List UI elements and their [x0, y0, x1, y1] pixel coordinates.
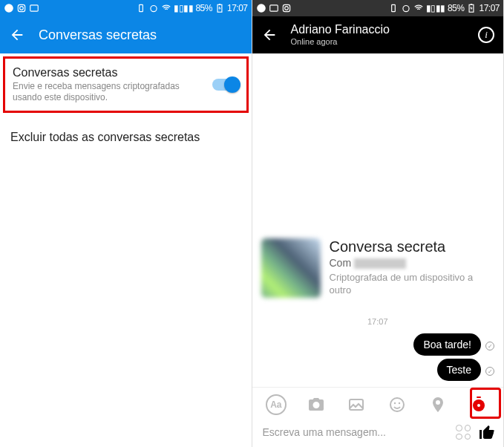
message-bubble[interactable]: Boa tarde! — [413, 333, 481, 356]
emoji-button[interactable] — [386, 394, 408, 416]
wifi-icon — [413, 3, 424, 13]
message-row: Teste ✓ — [261, 359, 495, 384]
status-bar: ▮▯▮▮ 85% 17:07 — [252, 0, 504, 16]
compose-row: Escreva uma mensagem... — [252, 420, 504, 447]
signal-icon: ▮▯▮▮ — [174, 3, 193, 13]
timer-button[interactable] — [468, 394, 490, 416]
receipt-icon: ✓ — [485, 367, 494, 376]
message-input[interactable]: Escreva uma mensagem... — [263, 426, 449, 438]
contact-name[interactable]: Adriano Farinaccio — [291, 23, 465, 36]
battery-percent: 85% — [448, 3, 465, 13]
receipt-icon: ✓ — [485, 342, 494, 350]
chat-scroll[interactable]: Conversa secreta Com Criptografada de um… — [252, 53, 504, 387]
camera-button[interactable] — [305, 394, 327, 416]
instagram-status-icon — [281, 3, 292, 13]
svg-point-18 — [394, 402, 396, 404]
image-status-icon — [269, 3, 279, 13]
message-row: Boa tarde! ✓ — [261, 333, 495, 359]
svg-point-5 — [151, 6, 157, 12]
app-bar: Conversas secretas — [0, 16, 252, 53]
redacted-name — [354, 258, 406, 269]
toggle-title: Conversas secretas — [13, 66, 205, 79]
telegram-status-icon — [256, 3, 266, 13]
presence-status: Online agora — [291, 37, 465, 47]
alarm-icon — [401, 3, 411, 13]
toggle-description: Envie e receba mensagens criptografadas … — [13, 81, 205, 103]
battery-percent: 85% — [195, 3, 212, 13]
settings-screen: ▮▯▮▮ 85% 17:07 Conversas secretas Conver… — [0, 0, 252, 447]
svg-rect-10 — [283, 4, 289, 11]
signal-icon: ▮▯▮▮ — [426, 3, 445, 13]
location-button[interactable] — [427, 394, 449, 416]
svg-rect-4 — [140, 4, 143, 11]
delete-all-button[interactable]: Excluir todas as conversas secretas — [0, 120, 252, 154]
chat-screen: ▮▯▮▮ 85% 17:07 Adriano Farinaccio Online… — [252, 0, 505, 447]
info-icon[interactable]: i — [478, 27, 494, 43]
battery-icon — [215, 3, 225, 13]
intro-with-line: Com — [330, 257, 495, 269]
settings-body: Conversas secretas Envie e receba mensag… — [0, 53, 252, 447]
svg-point-13 — [403, 6, 409, 12]
telegram-status-icon — [4, 3, 14, 13]
svg-rect-9 — [269, 5, 278, 11]
wifi-icon — [161, 3, 171, 13]
vibrate-icon — [388, 3, 399, 13]
instagram-status-icon — [16, 3, 27, 13]
svg-point-11 — [284, 7, 288, 10]
svg-point-8 — [257, 4, 266, 13]
back-arrow-icon[interactable] — [9, 27, 25, 43]
apps-icon[interactable] — [456, 425, 471, 440]
vibrate-icon — [136, 3, 146, 13]
svg-rect-12 — [392, 4, 396, 11]
battery-icon — [466, 3, 477, 13]
image-status-icon — [29, 3, 39, 13]
svg-rect-7 — [219, 4, 220, 4]
toggle-switch[interactable] — [212, 79, 239, 91]
chat-body: Conversa secreta Com Criptografada de um… — [252, 53, 504, 447]
alarm-icon — [148, 3, 159, 13]
svg-rect-3 — [30, 5, 39, 11]
compose-toolbar: Aa — [252, 387, 504, 420]
svg-rect-1 — [18, 4, 24, 11]
svg-rect-15 — [471, 4, 472, 4]
gallery-button[interactable] — [345, 394, 367, 416]
svg-point-19 — [399, 402, 400, 404]
message-bubble[interactable]: Teste — [437, 359, 481, 381]
svg-point-17 — [390, 398, 404, 411]
status-bar: ▮▯▮▮ 85% 17:07 — [0, 0, 252, 16]
chat-app-bar: Adriano Farinaccio Online agora i — [252, 16, 504, 53]
svg-point-2 — [20, 7, 24, 10]
text-style-button[interactable]: Aa — [266, 394, 287, 415]
clock: 17:07 — [227, 3, 248, 13]
clock: 17:07 — [479, 3, 500, 13]
intro-heading: Conversa secreta — [330, 238, 495, 255]
secret-conversations-toggle-row[interactable]: Conversas secretas Envie e receba mensag… — [3, 56, 249, 113]
intro-description: Criptografada de um dispositivo a outro — [330, 272, 495, 296]
page-title: Conversas secretas — [39, 27, 157, 43]
svg-rect-20 — [477, 397, 481, 398]
svg-point-22 — [477, 404, 480, 407]
back-arrow-icon[interactable] — [261, 27, 278, 43]
svg-point-0 — [4, 4, 13, 13]
avatar — [261, 238, 321, 298]
svg-rect-16 — [350, 399, 363, 410]
secret-chat-intro: Conversa secreta Com Criptografada de um… — [261, 238, 495, 298]
time-divider: 17:07 — [261, 317, 495, 326]
like-button[interactable] — [478, 423, 496, 441]
